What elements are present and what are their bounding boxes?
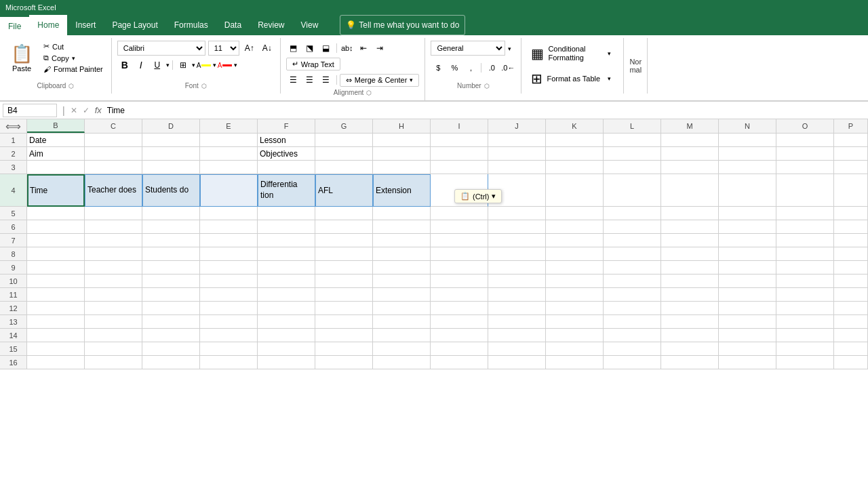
cell-e11[interactable] — [200, 288, 258, 302]
cell-d13[interactable] — [142, 315, 200, 329]
cell-n6[interactable] — [719, 220, 776, 234]
alignment-expand-icon[interactable]: ⬡ — [366, 89, 372, 96]
row-header-15[interactable]: 15 — [0, 342, 26, 356]
paste-options-dropdown[interactable]: ▾ — [492, 192, 496, 201]
cell-l3[interactable] — [604, 161, 661, 174]
cell-g11[interactable] — [315, 288, 373, 302]
cell-c11[interactable] — [85, 288, 142, 302]
cell-k11[interactable] — [546, 288, 604, 302]
row-header-14[interactable]: 14 — [0, 329, 26, 342]
paste-button[interactable]: 📋 Paste — [5, 41, 38, 80]
indent-decrease-button[interactable]: ⇤ — [356, 41, 371, 56]
cell-p5[interactable] — [834, 207, 868, 220]
cell-g14[interactable] — [315, 329, 373, 342]
cell-b15[interactable] — [27, 342, 85, 356]
cell-i6[interactable] — [431, 220, 488, 234]
format-as-table-button[interactable]: ⊞ Format as Table ▾ — [527, 68, 615, 89]
cell-c12[interactable] — [85, 302, 142, 315]
cell-j8[interactable] — [488, 247, 546, 261]
cell-p14[interactable] — [834, 329, 868, 342]
fill-color-button[interactable]: A — [197, 58, 212, 73]
cell-h8[interactable] — [373, 247, 431, 261]
col-header-p[interactable]: P — [834, 119, 868, 133]
cell-l11[interactable] — [604, 288, 661, 302]
underline-dropdown-icon[interactable]: ▾ — [166, 62, 170, 68]
cell-l5[interactable] — [604, 207, 661, 220]
cell-l1[interactable] — [604, 134, 661, 147]
copy-button[interactable]: ⧉ Copy ▾ — [41, 52, 106, 64]
cell-m11[interactable] — [661, 288, 719, 302]
cell-h16[interactable] — [373, 356, 431, 369]
fill-dropdown-icon[interactable]: ▾ — [213, 62, 216, 68]
font-color-button[interactable]: A — [218, 58, 233, 73]
cell-c8[interactable] — [85, 247, 142, 261]
cell-m14[interactable] — [661, 329, 719, 342]
select-all-indicator[interactable]: ⟺ — [0, 119, 26, 133]
align-top-button[interactable]: ⬒ — [286, 41, 301, 56]
cell-g7[interactable] — [315, 234, 373, 247]
col-header-e[interactable]: E — [200, 119, 258, 133]
cell-h5[interactable] — [373, 207, 431, 220]
insert-function-icon[interactable]: fx — [95, 105, 102, 115]
cell-b5[interactable] — [27, 207, 85, 220]
cell-j10[interactable] — [488, 274, 546, 288]
cell-d5[interactable] — [142, 207, 200, 220]
indent-increase-button[interactable]: ⇥ — [372, 41, 387, 56]
cell-f2[interactable]: Objectives — [258, 147, 315, 161]
cell-m12[interactable] — [661, 302, 719, 315]
cell-p10[interactable] — [834, 274, 868, 288]
border-dropdown-icon[interactable]: ▾ — [192, 62, 195, 68]
cell-k13[interactable] — [546, 315, 604, 329]
text-direction-button[interactable]: ab↕ — [340, 41, 355, 56]
cell-j7[interactable] — [488, 234, 546, 247]
cell-h2[interactable] — [373, 147, 431, 161]
cell-e3[interactable] — [200, 161, 258, 174]
col-header-m[interactable]: M — [661, 119, 719, 133]
cell-e16[interactable] — [200, 356, 258, 369]
italic-button[interactable]: I — [134, 58, 149, 73]
cell-f14[interactable] — [258, 329, 315, 342]
cell-n4[interactable] — [719, 174, 776, 207]
cell-h10[interactable] — [373, 274, 431, 288]
cell-p6[interactable] — [834, 220, 868, 234]
align-right-button[interactable]: ☰ — [319, 73, 334, 87]
cell-d3[interactable] — [142, 161, 200, 174]
align-left-button[interactable]: ☰ — [286, 73, 301, 87]
menu-review[interactable]: Review — [250, 15, 292, 35]
menu-formulas[interactable]: Formulas — [166, 15, 216, 35]
cell-o11[interactable] — [776, 288, 834, 302]
col-header-b[interactable]: B — [27, 119, 85, 133]
cell-f3[interactable] — [258, 161, 315, 174]
cell-p15[interactable] — [834, 342, 868, 356]
cell-b14[interactable] — [27, 329, 85, 342]
cell-o9[interactable] — [776, 261, 834, 274]
col-header-k[interactable]: K — [546, 119, 604, 133]
cell-p2[interactable] — [834, 147, 868, 161]
cell-f16[interactable] — [258, 356, 315, 369]
cell-d8[interactable] — [142, 247, 200, 261]
cell-h11[interactable] — [373, 288, 431, 302]
cell-g3[interactable] — [315, 161, 373, 174]
row-header-8[interactable]: 8 — [0, 247, 26, 261]
col-header-l[interactable]: L — [604, 119, 661, 133]
cell-h7[interactable] — [373, 234, 431, 247]
cell-l14[interactable] — [604, 329, 661, 342]
cell-l4[interactable] — [604, 174, 661, 207]
percent-button[interactable]: % — [447, 60, 462, 75]
cell-e2[interactable] — [200, 147, 258, 161]
cell-k7[interactable] — [546, 234, 604, 247]
cell-c6[interactable] — [85, 220, 142, 234]
cancel-formula-icon[interactable]: ✕ — [71, 106, 77, 115]
cell-d16[interactable] — [142, 356, 200, 369]
cell-c9[interactable] — [85, 261, 142, 274]
cell-f7[interactable] — [258, 234, 315, 247]
cell-reference[interactable]: B4 — [3, 104, 57, 117]
cell-i15[interactable] — [431, 342, 488, 356]
cell-l6[interactable] — [604, 220, 661, 234]
row-header-12[interactable]: 12 — [0, 302, 26, 315]
row-header-11[interactable]: 11 — [0, 288, 26, 302]
conditional-formatting-button[interactable]: ▦ Conditional Formatting ▾ — [527, 42, 615, 65]
cell-n3[interactable] — [719, 161, 776, 174]
merge-center-button[interactable]: ⇔ Merge & Center ▾ — [340, 74, 420, 87]
cell-l9[interactable] — [604, 261, 661, 274]
